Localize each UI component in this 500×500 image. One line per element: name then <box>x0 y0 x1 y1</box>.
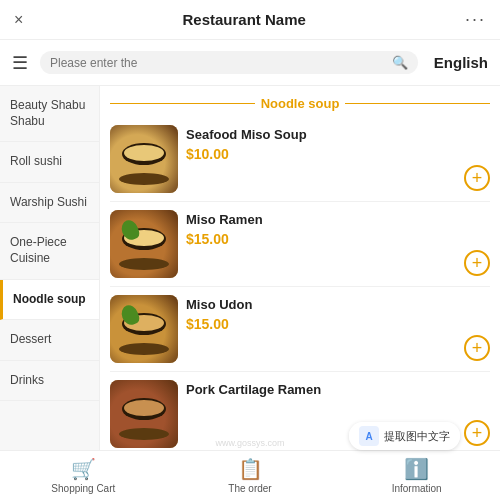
main-layout: Beauty Shabu ShabuRoll sushiWarship Sush… <box>0 86 500 456</box>
item-image-seafood-miso <box>110 125 178 193</box>
nav-label-cart: Shopping Cart <box>51 483 115 494</box>
section-title-text: Noodle soup <box>261 96 340 111</box>
sidebar-item-drinks[interactable]: Drinks <box>0 361 99 402</box>
menu-item-miso-udon: Miso Udon$15.00+ <box>110 287 490 372</box>
sidebar-item-beauty-shabu[interactable]: Beauty Shabu Shabu <box>0 86 99 142</box>
nav-icon-cart: 🛒 <box>71 457 96 481</box>
item-image-miso-ramen <box>110 210 178 278</box>
top-bar: × Restaurant Name ··· <box>0 0 500 40</box>
nav-label-info: Information <box>392 483 442 494</box>
nav-icon-info: ℹ️ <box>404 457 429 481</box>
sidebar-item-noodle-soup[interactable]: Noodle soup <box>0 280 99 321</box>
close-button[interactable]: × <box>14 11 23 29</box>
restaurant-title: Restaurant Name <box>182 11 305 28</box>
item-info-pork-cartilage-ramen: Pork Cartilage Ramen <box>186 380 490 401</box>
nav-label-order: The order <box>228 483 271 494</box>
title-line-right <box>345 103 490 104</box>
item-name-pork-cartilage-ramen: Pork Cartilage Ramen <box>186 382 490 397</box>
search-icon: 🔍 <box>392 55 408 70</box>
sidebar-item-one-piece[interactable]: One-Piece Cuisine <box>0 223 99 279</box>
add-item-button-pork-cartilage-ramen[interactable]: + <box>464 420 490 446</box>
item-info-miso-ramen: Miso Ramen$15.00 <box>186 210 490 247</box>
section-title: Noodle soup <box>110 86 490 117</box>
menu-item-miso-ramen: Miso Ramen$15.00+ <box>110 202 490 287</box>
item-name-miso-ramen: Miso Ramen <box>186 212 490 227</box>
menu-item-seafood-miso: Seafood Miso Soup$10.00+ <box>110 117 490 202</box>
item-price-seafood-miso: $10.00 <box>186 146 490 162</box>
nav-item-info[interactable]: ℹ️Information <box>333 457 500 494</box>
item-price-miso-ramen: $15.00 <box>186 231 490 247</box>
add-item-button-miso-ramen[interactable]: + <box>464 250 490 276</box>
sidebar-item-dessert[interactable]: Dessert <box>0 320 99 361</box>
item-name-miso-udon: Miso Udon <box>186 297 490 312</box>
nav-item-cart[interactable]: 🛒Shopping Cart <box>0 457 167 494</box>
sidebar-item-warship-sushi[interactable]: Warship Sushi <box>0 183 99 224</box>
sidebar: Beauty Shabu ShabuRoll sushiWarship Sush… <box>0 86 100 456</box>
item-info-miso-udon: Miso Udon$15.00 <box>186 295 490 332</box>
menu-icon[interactable]: ☰ <box>12 52 28 74</box>
item-info-seafood-miso: Seafood Miso Soup$10.00 <box>186 125 490 162</box>
add-item-button-seafood-miso[interactable]: + <box>464 165 490 191</box>
ocr-badge[interactable]: A提取图中文字 <box>349 422 460 450</box>
search-lang-row: ☰ 🔍 English <box>0 40 500 86</box>
ocr-translate-icon: A <box>359 426 379 446</box>
search-input[interactable] <box>50 56 388 70</box>
item-image-pork-cartilage-ramen <box>110 380 178 448</box>
title-line-left <box>110 103 255 104</box>
nav-item-order[interactable]: 📋The order <box>167 457 334 494</box>
item-image-miso-udon <box>110 295 178 363</box>
bottom-nav: 🛒Shopping Cart📋The orderℹ️Information <box>0 450 500 500</box>
language-label[interactable]: English <box>434 54 488 71</box>
search-box[interactable]: 🔍 <box>40 51 418 74</box>
more-button[interactable]: ··· <box>465 9 486 30</box>
item-name-seafood-miso: Seafood Miso Soup <box>186 127 490 142</box>
item-price-miso-udon: $15.00 <box>186 316 490 332</box>
sidebar-item-roll-sushi[interactable]: Roll sushi <box>0 142 99 183</box>
ocr-badge-label: 提取图中文字 <box>384 429 450 444</box>
menu-items-list: Seafood Miso Soup$10.00+Miso Ramen$15.00… <box>110 117 490 456</box>
nav-icon-order: 📋 <box>238 457 263 481</box>
add-item-button-miso-udon[interactable]: + <box>464 335 490 361</box>
content-area: Noodle soup Seafood Miso Soup$10.00+Miso… <box>100 86 500 456</box>
